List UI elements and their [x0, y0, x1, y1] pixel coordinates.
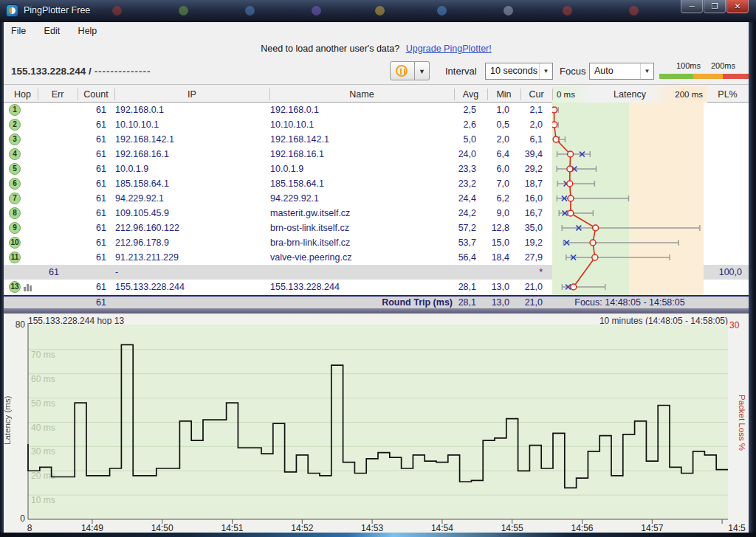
hop-number-badge: 5 [9, 163, 21, 175]
cur-value: 29,2 [509, 162, 543, 176]
notice-text: Need to load another user's data? [261, 44, 399, 54]
svg-text:14:50: 14:50 [151, 523, 173, 533]
col-avg[interactable]: Avg [454, 86, 487, 103]
name-value: 192.168.16.1 [270, 147, 450, 162]
svg-text:60 ms: 60 ms [31, 374, 55, 384]
avg-value: 53,7 [441, 235, 476, 250]
min-value: 6,4 [476, 147, 509, 162]
cur-value: 6,1 [509, 132, 543, 147]
count-value: 61 [74, 191, 106, 206]
hop-number-badge: 7 [9, 193, 21, 204]
avg-value: 24,2 [441, 206, 476, 221]
hop-number-badge: 3 [9, 134, 21, 145]
min-value: 9,0 [476, 206, 509, 221]
avg-value: 57,2 [441, 221, 476, 235]
count-value: 61 [74, 250, 106, 265]
ip-value: 185.158.64.1 [115, 176, 267, 191]
col-name[interactable]: Name [269, 86, 454, 103]
col-latency[interactable]: 0 ms Latency 200 ms [552, 86, 707, 103]
menu-edit[interactable]: Edit [37, 22, 68, 40]
svg-text:50 ms: 50 ms [31, 398, 55, 409]
legend-100ms-label: 100ms [676, 61, 701, 70]
menu-file[interactable]: File [4, 22, 33, 40]
avg-value: 23,2 [441, 176, 476, 191]
chevron-down-icon: ▼ [539, 63, 552, 79]
interval-select[interactable]: 10 seconds ▼ [485, 63, 553, 80]
ip-value: 155.133.228.244 [115, 280, 267, 294]
col-pl[interactable]: PL% [707, 86, 748, 103]
cur-value: 39,4 [509, 147, 543, 162]
cur-value: 21,0 [509, 280, 543, 294]
menu-help[interactable]: Help [71, 22, 105, 40]
cur-value: * [509, 265, 543, 280]
min-value: 15,0 [476, 235, 509, 250]
hop-number-badge: 13 [9, 281, 21, 293]
cur-value: 18,7 [509, 176, 543, 191]
close-button[interactable]: ✕ [726, 0, 749, 13]
glass-reflection-icon [112, 6, 122, 15]
ip-value: 212.96.160.122 [115, 221, 267, 235]
col-ip[interactable]: IP [114, 86, 269, 103]
ip-value: 91.213.211.229 [115, 250, 267, 265]
pane-splitter[interactable] [0, 308, 756, 313]
target-bar: 155.133.228.244 / -------------- ▼ Inter… [4, 59, 749, 85]
upgrade-link[interactable]: Upgrade PingPlotter! [406, 44, 492, 54]
glass-reflection-icon [245, 6, 255, 15]
pause-button[interactable] [390, 61, 415, 80]
round-trip-label: Round Trip (ms) [310, 297, 453, 308]
hop-number-badge: 6 [9, 178, 21, 190]
col-err[interactable]: Err [38, 86, 78, 103]
hop-number-badge: 10 [9, 237, 21, 249]
min-value: 2,0 [476, 132, 509, 147]
col-hop[interactable]: Hop [7, 86, 38, 103]
glass-reflection-icon [504, 6, 513, 15]
hop-number-badge: 9 [9, 222, 21, 234]
min-value: 0,5 [476, 117, 509, 132]
svg-text:14:52: 14:52 [291, 523, 313, 533]
pause-options-button[interactable]: ▼ [415, 61, 430, 80]
col-count[interactable]: Count [78, 86, 114, 103]
avg-value: 56,4 [441, 250, 476, 265]
title-bar[interactable]: PingPlotter Free ─ ❐ ✕ [0, 0, 756, 22]
svg-text:40 ms: 40 ms [31, 423, 55, 433]
name-value: 10.10.10.1 [270, 117, 450, 132]
ip-value: 94.229.92.1 [115, 191, 267, 206]
hop-number-badge: 11 [9, 252, 21, 263]
col-min[interactable]: Min [487, 86, 520, 103]
svg-text:14:56: 14:56 [571, 523, 593, 533]
minimize-button[interactable]: ─ [681, 0, 703, 13]
min-value: 7,0 [476, 176, 509, 191]
window-border-bottom [0, 533, 756, 537]
avg-value: 2,5 [441, 103, 476, 117]
timeline-chart: 10 ms20 ms30 ms40 ms50 ms60 ms70 ms814:4… [0, 313, 756, 533]
avg-value: 2,6 [441, 117, 476, 132]
min-value: 6,0 [476, 162, 509, 176]
svg-text:14:54: 14:54 [431, 523, 453, 533]
col-cur[interactable]: Cur [520, 86, 552, 103]
focus-select[interactable]: Auto ▼ [589, 63, 654, 80]
maximize-button[interactable]: ❐ [704, 0, 726, 13]
name-value: 192.168.142.1 [270, 132, 450, 147]
ip-value: 109.105.45.9 [115, 206, 267, 221]
avg-value: 23,3 [441, 162, 476, 176]
hop-number-badge: 4 [9, 148, 21, 160]
name-value: 155.133.228.244 [270, 280, 450, 294]
latency-200ms-label: 200 ms [675, 86, 703, 103]
glass-reflection-icon [437, 6, 447, 15]
footer-count: 61 [74, 297, 106, 308]
ip-value: 10.10.10.1 [115, 117, 267, 132]
min-value: 13,0 [476, 280, 509, 294]
target-address: 155.133.228.244 / [11, 66, 92, 77]
hop-latency-mini-chart [552, 103, 704, 295]
round-trip-row[interactable]: 61 Round Trip (ms) 28,1 13,0 21,0 Focus:… [4, 295, 749, 308]
cur-value: 16,0 [509, 191, 543, 206]
min-value: 1,0 [476, 103, 509, 117]
avg-value: 24,0 [441, 147, 476, 162]
table-header: Hop Err Count IP Name Avg Min Cur 0 ms L… [4, 86, 749, 103]
round-trip-cur: 21,0 [509, 297, 543, 308]
cur-value: 2,0 [509, 117, 543, 132]
count-value: 61 [74, 132, 106, 147]
name-value: 94.229.92.1 [270, 191, 450, 206]
count-value: 61 [74, 162, 106, 176]
svg-text:70 ms: 70 ms [31, 350, 55, 360]
